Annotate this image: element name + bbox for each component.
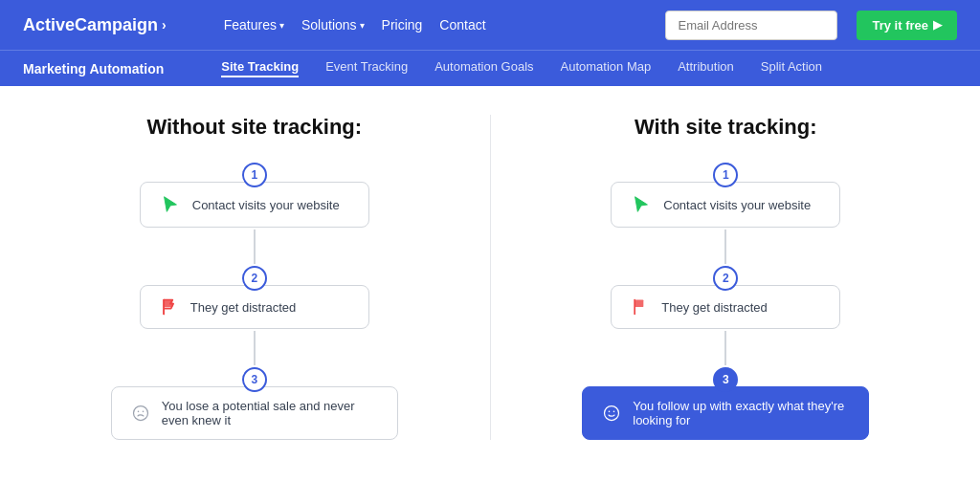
right-step-1-text: Contact visits your website	[663, 198, 811, 212]
right-step-2-text: They get distracted	[661, 300, 768, 315]
smile-icon	[602, 404, 621, 423]
left-card-3: You lose a potential sale and never even…	[111, 386, 398, 440]
left-badge-2: 2	[242, 266, 267, 291]
left-flow: 1 Contact visits your website 2	[38, 163, 471, 440]
nav-contact[interactable]: Contact	[439, 17, 485, 33]
subnav-event-tracking[interactable]: Event Tracking	[325, 59, 408, 77]
subnav-site-tracking[interactable]: Site Tracking	[221, 59, 299, 77]
top-navigation: ActiveCampaign › Features ▾ Solutions ▾ …	[0, 0, 980, 50]
left-badge-1: 1	[242, 163, 267, 187]
sub-navigation: Marketing Automation Site Tracking Event…	[0, 50, 980, 86]
right-step-1: 1 Contact visits your website	[611, 163, 840, 228]
subnav-split-action[interactable]: Split Action	[761, 59, 822, 77]
svg-rect-5	[635, 300, 643, 308]
logo[interactable]: ActiveCampaign ›	[23, 15, 167, 35]
try-it-free-button[interactable]: Try it free ▶	[857, 11, 957, 40]
logo-text: ActiveCampaign	[23, 15, 158, 35]
email-input[interactable]	[665, 11, 837, 40]
right-step-3-text: You follow up with exactly what they're …	[633, 399, 849, 427]
svg-point-9	[613, 411, 615, 413]
right-card-1: Contact visits your website	[611, 182, 840, 228]
left-step-1: 1 Contact visits your website	[140, 163, 369, 228]
right-step-2: 2 They get distracted	[611, 266, 840, 329]
subnav-attribution[interactable]: Attribution	[678, 59, 734, 77]
right-title: With site tracking:	[635, 115, 817, 140]
right-card-2: They get distracted	[611, 285, 840, 329]
right-card-3: You follow up with exactly what they're …	[582, 386, 869, 440]
left-badge-3: 3	[242, 367, 267, 392]
nav-links: Features ▾ Solutions ▾ Pricing Contact	[224, 17, 486, 33]
svg-point-4	[142, 411, 144, 413]
main-content: Without site tracking: 1 Contact visits …	[0, 86, 980, 459]
left-connector-2	[254, 331, 256, 365]
features-arrow-icon: ▾	[279, 20, 284, 31]
nav-features[interactable]: Features ▾	[224, 17, 284, 33]
left-card-2: They get distracted	[140, 285, 369, 329]
column-divider	[490, 115, 491, 440]
svg-rect-0	[164, 300, 172, 308]
sub-nav-title: Marketing Automation	[23, 61, 164, 77]
right-connector-1	[724, 230, 726, 264]
right-connector-2	[724, 331, 726, 365]
sub-nav-links: Site Tracking Event Tracking Automation …	[221, 59, 822, 77]
right-column: With site tracking: 1 Contact visits you…	[510, 115, 943, 440]
flag-icon-left	[160, 297, 179, 317]
left-step-3: 3 You lose a potential sale and never ev…	[111, 367, 398, 440]
try-button-arrow-icon: ▶	[933, 18, 942, 32]
left-step-2: 2 They get distracted	[140, 266, 369, 329]
cursor-icon	[160, 194, 181, 215]
nav-solutions[interactable]: Solutions ▾	[301, 17, 365, 33]
right-step-3: 3 You follow up with exactly what they'r…	[582, 367, 869, 440]
left-step-3-text: You lose a potential sale and never even…	[162, 399, 378, 427]
right-flow: 1 Contact visits your website 2	[510, 163, 943, 440]
left-step-1-text: Contact visits your website	[192, 198, 340, 212]
subnav-automation-map[interactable]: Automation Map	[561, 59, 652, 77]
left-title: Without site tracking:	[146, 115, 362, 140]
left-connector-1	[254, 230, 256, 264]
sad-face-icon	[131, 404, 150, 423]
svg-point-7	[605, 406, 619, 421]
left-step-2-text: They get distracted	[190, 300, 297, 315]
subnav-automation-goals[interactable]: Automation Goals	[434, 59, 533, 77]
flag-icon-right	[631, 297, 650, 317]
nav-pricing[interactable]: Pricing	[382, 17, 423, 33]
left-column: Without site tracking: 1 Contact visits …	[38, 115, 471, 440]
left-card-1: Contact visits your website	[140, 182, 369, 228]
logo-arrow: ›	[162, 17, 167, 33]
svg-point-3	[137, 411, 139, 413]
cursor-icon-right	[631, 194, 652, 215]
svg-point-2	[133, 406, 147, 421]
solutions-arrow-icon: ▾	[360, 20, 365, 31]
svg-point-8	[609, 411, 611, 413]
